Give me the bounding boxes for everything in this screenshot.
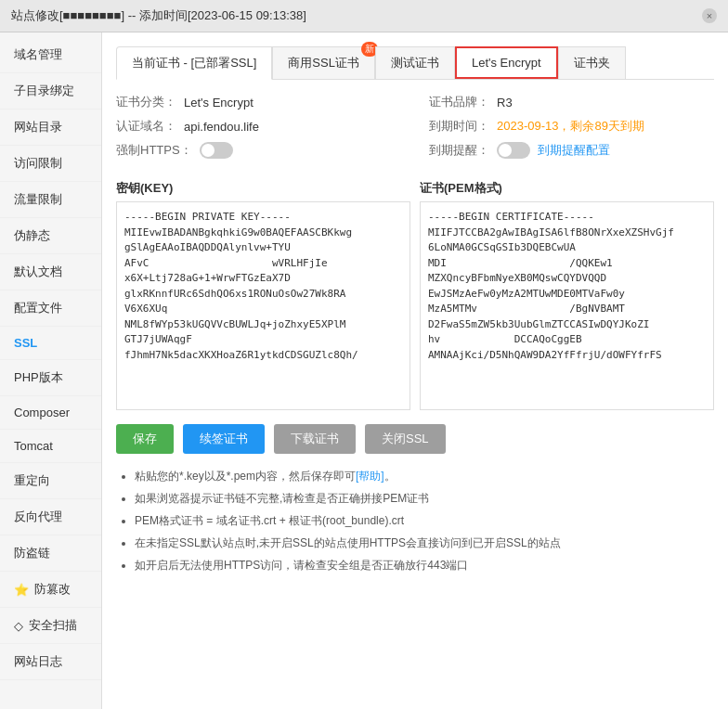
sidebar-label-redirect: 重定向 [14,472,50,489]
cert-type-label: 证书分类： [116,94,176,110]
expire-row: 到期时间： 2023-09-13，剩余89天到期 [429,118,714,135]
tab-test[interactable]: 测试证书 [375,46,455,79]
help-link[interactable]: [帮助] [356,470,384,483]
sidebar-item-proxy[interactable]: 反向代理 [0,499,101,535]
tab-commercial[interactable]: 商用SSL证书 新 [272,46,375,79]
sidebar-item-scan[interactable]: ◇ 安全扫描 [0,608,101,644]
title-text: 站点修改[■■■■■■■■] -- 添加时间[2023-06-15 09:13:… [11,7,306,24]
sidebar-label-flow: 流量限制 [14,191,62,208]
domain-value: api.fendou.life [184,120,259,134]
reminder-row: 到期提醒： 到期提醒配置 [429,142,714,159]
tab-bar: 当前证书 - [已部署SSL] 商用SSL证书 新 测试证书 Let's Enc… [116,46,714,80]
sidebar-item-default[interactable]: 默认文档 [0,254,101,290]
main-window: 站点修改[■■■■■■■■] -- 添加时间[2023-06-15 09:13:… [0,0,728,709]
sidebar-label-tomcat: Tomcat [14,439,53,453]
sidebar-label-ssl: SSL [14,336,37,350]
sign-button[interactable]: 续签证书 [183,424,265,454]
action-bar: 保存 续签证书 下载证书 关闭SSL [116,424,714,454]
sidebar-label-hotlink: 防盗链 [14,545,50,561]
sidebar-label-log: 网站日志 [14,653,62,670]
sidebar-label-static: 伪静态 [14,227,50,244]
sidebar-item-static[interactable]: 伪静态 [0,218,101,254]
sidebar-item-config[interactable]: 配置文件 [0,290,101,327]
close-ssl-button[interactable]: 关闭SSL [365,424,446,454]
sidebar-item-tamper[interactable]: ⭐ 防篡改 [0,572,101,608]
tab-letsencrypt[interactable]: Let's Encrypt [455,46,558,79]
sidebar-label-subdir: 子目录绑定 [14,83,74,99]
sidebar-item-domain[interactable]: 域名管理 [0,37,101,73]
tab-current[interactable]: 当前证书 - [已部署SSL] [116,46,272,80]
sidebar-label-composer: Composer [14,406,70,419]
reminder-label: 到期提醒： [429,142,489,159]
sidebar: 域名管理 子目录绑定 网站目录 访问限制 流量限制 伪静态 默认文档 配置文件 [0,32,102,709]
tamper-star-icon: ⭐ [14,583,29,597]
note-item-0: 粘贴您的*.key以及*.pem内容，然后保存即可[帮助]。 [135,468,714,484]
expire-label: 到期时间： [429,118,489,135]
reminder-toggle[interactable] [497,142,530,159]
cert-editor-wrap [420,201,714,410]
https-row: 强制HTTPS： [116,142,401,159]
key-textarea[interactable] [117,202,410,406]
https-toggle[interactable] [200,142,233,159]
scan-diamond-icon: ◇ [14,619,23,633]
key-editor-wrap [116,201,410,410]
sidebar-item-php[interactable]: PHP版本 [0,360,101,396]
sidebar-label-proxy: 反向代理 [14,509,62,525]
sidebar-label-config: 配置文件 [14,300,62,316]
sidebar-item-ssl[interactable]: SSL [0,327,101,360]
sidebar-label-webdir: 网站目录 [14,119,62,135]
note-item-2: PEM格式证书 = 域名证书.crt + 根证书(root_bundle).cr… [135,512,714,529]
sidebar-item-access[interactable]: 访问限制 [0,146,101,182]
note-item-3: 在未指定SSL默认站点时,未开启SSL的站点使用HTTPS会直接访问到已开启SS… [135,535,714,551]
sidebar-label-default: 默认文档 [14,264,62,280]
brand-row: 证书品牌： R3 [429,94,714,110]
sidebar-label-domain: 域名管理 [14,46,62,63]
https-label: 强制HTTPS： [116,142,192,159]
cert-editor-label: 证书(PEM格式) [420,180,714,197]
domain-label: 认证域名： [116,118,176,135]
title-bar: 站点修改[■■■■■■■■] -- 添加时间[2023-06-15 09:13:… [0,0,728,32]
sidebar-item-subdir[interactable]: 子目录绑定 [0,73,101,110]
key-editor-label: 密钥(KEY) [116,180,410,197]
sidebar-item-tomcat[interactable]: Tomcat [0,430,101,463]
notes-list: 粘贴您的*.key以及*.pem内容，然后保存即可[帮助]。 如果浏览器提示证书… [116,468,714,574]
domain-row: 认证域名： api.fendou.life [116,118,401,135]
cert-type-value: Let's Encrypt [184,96,254,110]
reminder-config-link[interactable]: 到期提醒配置 [538,142,610,159]
expire-value: 2023-09-13，剩余89天到期 [497,118,644,135]
key-editor-block: 密钥(KEY) [116,180,410,410]
note-item-4: 如开启后无法使用HTTPS访问，请检查安全组是否正确放行443端口 [135,557,714,574]
sidebar-label-scan: 安全扫描 [29,617,77,634]
tab-certdir[interactable]: 证书夹 [558,46,626,79]
info-section: 证书分类： Let's Encrypt 认证域名： api.fendou.lif… [116,94,714,166]
cert-type-row: 证书分类： Let's Encrypt [116,94,401,110]
sidebar-item-redirect[interactable]: 重定向 [0,463,101,499]
sidebar-label-access: 访问限制 [14,155,62,172]
sidebar-item-webdir[interactable]: 网站目录 [0,110,101,146]
sidebar-label-tamper: 防篡改 [34,581,71,598]
close-button[interactable]: × [702,8,717,23]
sidebar-label-php: PHP版本 [14,369,63,386]
editors-section: 密钥(KEY) 证书(PEM格式) [116,180,714,410]
brand-label: 证书品牌： [429,94,489,110]
cert-editor-block: 证书(PEM格式) [420,180,714,410]
sidebar-item-log[interactable]: 网站日志 [0,644,101,680]
main-content: 当前证书 - [已部署SSL] 商用SSL证书 新 测试证书 Let's Enc… [102,32,728,709]
sidebar-item-composer[interactable]: Composer [0,396,101,430]
sidebar-item-flow[interactable]: 流量限制 [0,182,101,218]
note-item-1: 如果浏览器提示证书链不完整,请检查是否正确拼接PEM证书 [135,490,714,507]
save-button[interactable]: 保存 [116,424,174,454]
cert-textarea[interactable] [421,202,713,406]
info-left: 证书分类： Let's Encrypt 认证域名： api.fendou.lif… [116,94,401,166]
download-button[interactable]: 下载证书 [274,424,356,454]
sidebar-item-hotlink[interactable]: 防盗链 [0,535,101,572]
content-area: 域名管理 子目录绑定 网站目录 访问限制 流量限制 伪静态 默认文档 配置文件 [0,32,728,709]
info-right: 证书品牌： R3 到期时间： 2023-09-13，剩余89天到期 到期提醒： … [429,94,714,166]
brand-value: R3 [497,96,513,110]
